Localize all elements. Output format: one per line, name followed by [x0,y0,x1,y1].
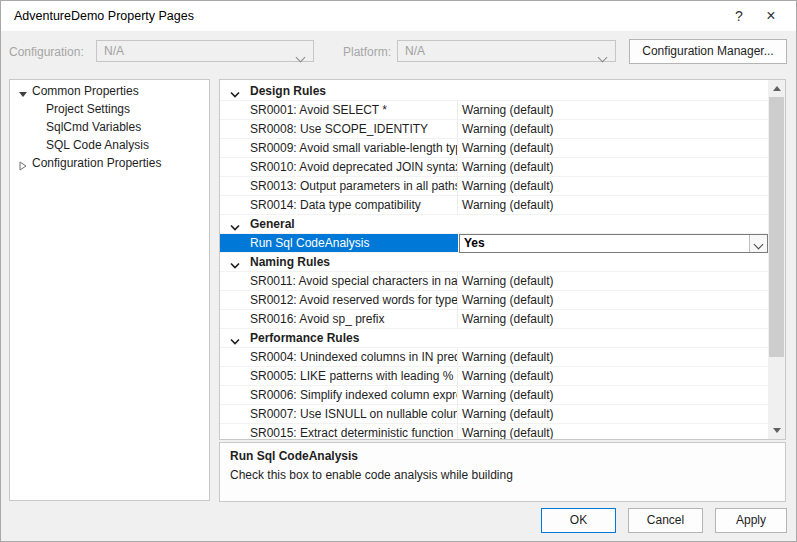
scroll-up-icon[interactable] [773,86,781,91]
ok-button[interactable]: OK [541,508,616,533]
rule-name: SR0008: Use SCOPE_IDENTITY [220,120,458,138]
grid-row[interactable]: SR0016: Avoid sp_ prefix Warning (defaul… [220,310,768,329]
rules-property-grid: Design Rules SR0001: Avoid SELECT * Warn… [219,79,786,440]
grid-row[interactable]: SR0006: Simplify indexed column expres W… [220,386,768,405]
rule-name: SR0016: Avoid sp_ prefix [220,310,458,328]
rule-value[interactable]: Warning (default) [462,310,554,329]
chevron-down-icon [297,47,304,67]
rule-value[interactable]: Warning (default) [462,177,554,196]
grid-row[interactable]: SR0005: LIKE patterns with leading % War… [220,367,768,386]
vertical-scrollbar[interactable] [768,80,785,439]
rule-value[interactable]: Warning (default) [462,196,554,215]
rule-name: SR0004: Unindexed columns in IN predic [220,348,458,366]
rule-name: Run Sql CodeAnalysis [220,234,458,252]
rule-value[interactable]: Warning (default) [462,291,554,310]
rule-name: SR0014: Data type compatibility [220,196,458,214]
close-icon[interactable]: × [758,1,784,31]
platform-dropdown[interactable]: N/A [397,40,616,62]
rule-value[interactable]: Warning (default) [462,272,554,291]
rule-name: SR0015: Extract deterministic function c… [220,424,458,440]
description-panel: Run Sql CodeAnalysis Check this box to e… [219,442,786,502]
configuration-bar: Configuration: N/A Platform: N/A Configu… [1,31,796,73]
rule-value[interactable]: Warning (default) [462,158,554,177]
chevron-down-icon[interactable] [230,220,240,230]
grid-row[interactable]: SR0011: Avoid special characters in nam … [220,272,768,291]
grid-group-naming-rules[interactable]: Naming Rules [220,253,768,272]
chevron-down-icon[interactable] [749,235,767,252]
dropdown-selected-value: Yes [464,235,485,252]
grid-row[interactable]: SR0010: Avoid deprecated JOIN syntax War… [220,158,768,177]
sidebar-item-sqlcmd-variables[interactable]: SqlCmd Variables [10,118,209,136]
sidebar-item-project-settings[interactable]: Project Settings [10,100,209,118]
description-text: Check this box to enable code analysis w… [230,468,513,482]
value-dropdown[interactable]: Yes [459,234,768,253]
window-title: AdventureDemo Property Pages [14,1,194,31]
rule-value[interactable]: Warning (default) [462,386,554,405]
grid-row[interactable]: SR0008: Use SCOPE_IDENTITY Warning (defa… [220,120,768,139]
rule-name: SR0006: Simplify indexed column expres [220,386,458,404]
sidebar-item-label: Project Settings [46,102,130,116]
sidebar-item-common-properties[interactable]: Common Properties [10,82,209,100]
grid-row[interactable]: SR0014: Data type compatibility Warning … [220,196,768,215]
chevron-down-icon[interactable] [230,258,240,268]
triangle-expanded-icon[interactable] [18,86,28,96]
rule-value[interactable]: Warning (default) [462,348,554,367]
cancel-button[interactable]: Cancel [628,508,703,533]
group-label: Performance Rules [250,329,359,348]
description-title: Run Sql CodeAnalysis [230,449,358,463]
sidebar-item-label: SqlCmd Variables [46,120,141,134]
properties-tree: Common Properties Project Settings SqlCm… [9,79,210,501]
sidebar-item-label: Configuration Properties [32,156,161,170]
grid-row[interactable]: SR0015: Extract deterministic function c… [220,424,768,440]
rule-value[interactable]: Warning (default) [462,405,554,424]
group-label: General [250,215,295,234]
grid-group-performance-rules[interactable]: Performance Rules [220,329,768,348]
grid-group-design-rules[interactable]: Design Rules [220,82,768,101]
rule-name: SR0007: Use ISNULL on nullable column [220,405,458,423]
grid-row[interactable]: SR0007: Use ISNULL on nullable column Wa… [220,405,768,424]
grid-row-run-sql-codeanalysis[interactable]: Run Sql CodeAnalysis Yes [220,234,768,253]
rule-value[interactable]: Warning (default) [462,139,554,158]
rule-value[interactable]: Warning (default) [462,120,554,139]
grid-group-general[interactable]: General [220,215,768,234]
chevron-down-icon[interactable] [230,334,240,344]
sidebar-item-label: SQL Code Analysis [46,138,149,152]
group-label: Naming Rules [250,253,330,272]
apply-button[interactable]: Apply [715,508,787,533]
grid-row[interactable]: SR0004: Unindexed columns in IN predic W… [220,348,768,367]
scroll-down-icon[interactable] [773,428,781,433]
sidebar-item-label: Common Properties [32,84,139,98]
grid-row[interactable]: SR0012: Avoid reserved words for type n … [220,291,768,310]
rule-name: SR0013: Output parameters in all paths [220,177,458,195]
platform-value: N/A [405,44,425,58]
platform-label: Platform: [343,45,391,59]
help-icon[interactable]: ? [726,1,752,31]
grid-row[interactable]: SR0009: Avoid small variable-length typ … [220,139,768,158]
configuration-value: N/A [104,44,124,58]
triangle-collapsed-icon[interactable] [18,158,28,168]
rule-name: SR0011: Avoid special characters in nam [220,272,458,290]
scrollbar-thumb[interactable] [769,97,784,357]
rule-name: SR0005: LIKE patterns with leading % [220,367,458,385]
rule-value[interactable]: Warning (default) [462,101,554,120]
grid-row[interactable]: SR0013: Output parameters in all paths W… [220,177,768,196]
configuration-manager-button[interactable]: Configuration Manager... [629,39,787,64]
rule-name: SR0009: Avoid small variable-length typ [220,139,458,157]
configuration-label: Configuration: [9,45,84,59]
rule-name: SR0010: Avoid deprecated JOIN syntax [220,158,458,176]
group-label: Design Rules [250,82,326,101]
rule-value[interactable]: Warning (default) [462,424,554,440]
chevron-down-icon [599,47,606,67]
rule-value[interactable]: Warning (default) [462,367,554,386]
property-pages-dialog: AdventureDemo Property Pages ? × Configu… [0,0,797,542]
grid-row[interactable]: SR0001: Avoid SELECT * Warning (default) [220,101,768,120]
sidebar-item-configuration-properties[interactable]: Configuration Properties [10,154,209,172]
rule-name: SR0012: Avoid reserved words for type n [220,291,458,309]
titlebar: AdventureDemo Property Pages ? × [1,1,796,31]
sidebar-item-sql-code-analysis[interactable]: SQL Code Analysis [10,136,209,154]
rule-name: SR0001: Avoid SELECT * [220,101,458,119]
configuration-dropdown[interactable]: N/A [96,40,314,62]
chevron-down-icon[interactable] [230,87,240,97]
